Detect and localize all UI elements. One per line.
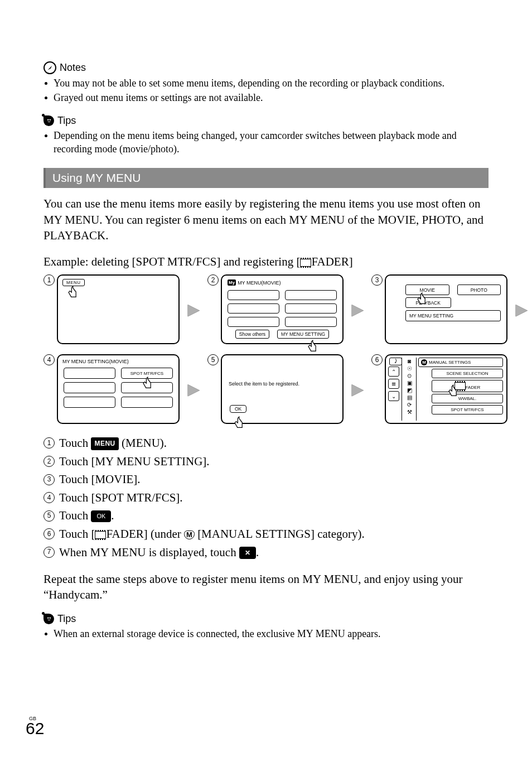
category-icon: ◙: [408, 359, 411, 364]
screen-2-title: My MY MENU(MOVIE): [228, 279, 280, 286]
nav-list-icon: [388, 379, 399, 389]
step-text: (MENU).: [119, 436, 167, 450]
arrow-right-icon: ▶: [351, 300, 364, 319]
m-badge-icon: M: [421, 359, 427, 365]
fader-item: FADER: [432, 380, 503, 392]
step-number: 6: [43, 528, 55, 539]
manual-settings-text: MANUAL SETTINGS: [429, 360, 471, 365]
notes-item: You may not be able to set some menu ite…: [43, 76, 489, 90]
step-badge-4: 4: [43, 354, 55, 365]
figure-3: 3 MOVIE PHOTO PLAYBACK MY MENU SETTING: [371, 274, 507, 344]
category-icon: ▣: [407, 380, 412, 386]
empty-slot: [228, 303, 279, 314]
nav-up-icon: ⌃: [388, 367, 399, 377]
screen-2-title-text: MY MENU(MOVIE): [238, 280, 280, 286]
spot-mtr-fcs-item: SPOT MTR/FCS: [432, 405, 503, 414]
figure-2: 2 My MY MENU(MOVIE) Show others MY MENU …: [207, 274, 344, 344]
screen-2-buttons: Show others MY MENU SETTING: [228, 330, 337, 339]
category-icon: ☉: [407, 366, 412, 372]
movie-strip-icon: [300, 259, 311, 267]
tips-item: When an external storage device is conne…: [43, 627, 489, 640]
example-suffix: FADER]: [311, 255, 352, 268]
category-icon: ⊙: [407, 373, 412, 379]
notes-heading-text: Notes: [60, 62, 86, 74]
empty-slot: [228, 290, 279, 300]
my-menu-setting-option: MY MENU SETTING: [405, 310, 501, 321]
hand-cursor-icon: [142, 377, 155, 393]
step-number: 2: [43, 456, 55, 467]
screen-1: MENU: [57, 274, 180, 344]
notes-heading: Notes: [43, 61, 489, 74]
svg-point-2: [47, 618, 49, 619]
page-number: GB 62: [26, 716, 44, 738]
notes-item: Grayed out menu items or settings are no…: [43, 91, 489, 104]
step-text: FADER] (under: [106, 527, 184, 541]
tips-heading-2: Tips: [43, 613, 489, 625]
figures-row-2: 4 MY MENU SETTING(MOVIE) SPOT MTR/FCS ▶ …: [43, 354, 489, 424]
empty-slot: [285, 303, 337, 314]
arrow-right-icon: ▶: [351, 380, 364, 398]
category-icons: ◙ ☉ ⊙ ▣ ◩ ▤ ⟳ ⚒: [403, 358, 417, 421]
wbal-item: WWBAL.: [432, 394, 503, 403]
step-number: 1: [43, 437, 55, 449]
step-1: 1 Touch MENU (MENU).: [43, 434, 489, 452]
manual-settings-heading: M MANUAL SETTINGS: [418, 358, 503, 367]
menu-badge: MENU: [91, 437, 118, 450]
arrow-right-icon: ▶: [515, 300, 528, 319]
my-badge-icon: My: [228, 279, 236, 286]
screen-6-main: M MANUAL SETTINGS SCENE SELECTION FADER …: [418, 358, 503, 414]
figures-row-1: 1 MENU ▶ 2 My MY MENU(MOVIE): [43, 274, 489, 344]
screen-2-grid: [228, 290, 337, 327]
figure-6: 6 ⤸ ⌃ ⌄ ◙ ☉ ⊙ ▣ ◩ ▤ ⟳ ⚒: [371, 354, 507, 424]
scene-selection-item: SCENE SELECTION: [432, 369, 503, 378]
step-2: 2 Touch [MY MENU SETTING].: [43, 452, 489, 471]
svg-point-3: [49, 618, 50, 619]
notes-icon: [43, 61, 56, 74]
empty-slot: [64, 368, 115, 379]
category-icon: ▤: [407, 395, 412, 401]
back-button: ⤸: [389, 358, 402, 365]
step-6: 6 Touch [FADER] (under M [MANUAL SETTING…: [43, 525, 489, 543]
step-badge-6: 6: [371, 354, 383, 365]
step-7: 7 When MY MENU is displayed, touch ✕.: [43, 543, 489, 562]
empty-slot: [64, 382, 115, 393]
hand-cursor-icon: [233, 416, 246, 433]
step-number: 7: [43, 547, 55, 558]
step-text: .: [111, 509, 114, 522]
category-icon: ⚒: [407, 409, 412, 415]
step-list: 1 Touch MENU (MENU). 2 Touch [MY MENU SE…: [43, 434, 489, 561]
fader-text: FADER: [466, 385, 481, 390]
svg-point-0: [47, 119, 49, 120]
empty-slot: [285, 317, 337, 327]
example-line: Example: deleting [SPOT MTR/FCS] and reg…: [43, 255, 489, 269]
hand-cursor-icon: [67, 286, 80, 302]
step-text: Touch [MOVIE].: [59, 470, 141, 489]
photo-option: PHOTO: [457, 285, 501, 295]
screen-4: MY MENU SETTING(MOVIE) SPOT MTR/FCS: [57, 354, 180, 424]
screen-3: MOVIE PHOTO PLAYBACK MY MENU SETTING: [385, 274, 507, 344]
arrow-right-icon: ▶: [187, 300, 200, 319]
step-badge-1: 1: [43, 274, 55, 286]
tips-list: Depending on the menu items being change…: [43, 129, 489, 156]
hand-cursor-icon: [416, 292, 429, 309]
m-chip-icon: M: [184, 531, 195, 539]
empty-slot: [121, 397, 173, 408]
screen-6-nav: ⌃ ⌄: [388, 367, 399, 401]
show-others-button: Show others: [235, 330, 269, 339]
wbal-text: WBAL.: [462, 396, 476, 401]
category-icon: ⟳: [407, 402, 412, 408]
empty-slot: [285, 290, 337, 300]
section-title: Using MY MENU: [43, 168, 489, 188]
empty-slot: [228, 317, 279, 327]
step-badge-3: 3: [371, 274, 383, 286]
notes-list: You may not be able to set some menu ite…: [43, 76, 489, 105]
nav-down-icon: ⌄: [388, 391, 399, 401]
tips-heading: Tips: [43, 115, 489, 127]
step-text: .: [256, 546, 259, 559]
ok-badge: OK: [91, 510, 111, 522]
step-text: Touch [: [59, 527, 95, 541]
step-3: 3 Touch [MOVIE].: [43, 470, 489, 489]
movie-strip-icon: [95, 531, 106, 539]
hand-cursor-icon: [447, 384, 461, 401]
arrow-right-icon: ▶: [187, 380, 200, 398]
